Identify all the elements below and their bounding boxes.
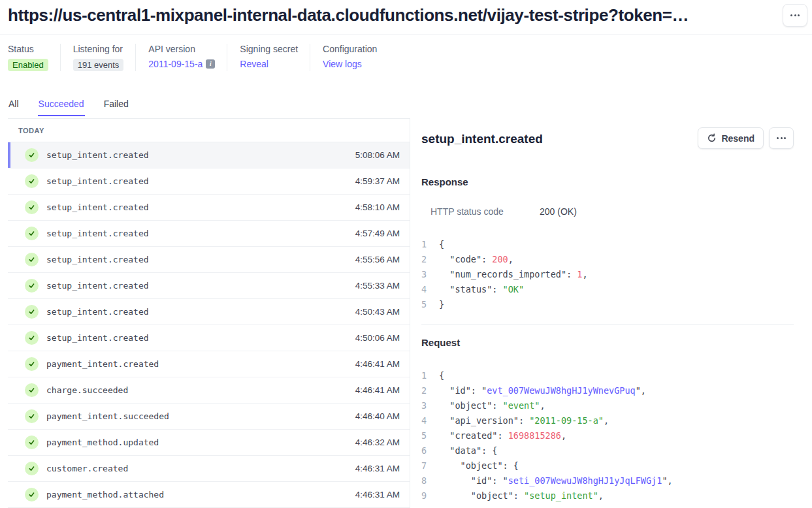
check-circle-icon <box>25 462 39 475</box>
event-name: setup_intent.created <box>46 202 149 212</box>
list-group-header: TODAY <box>8 119 410 142</box>
line-number: 3 <box>421 267 427 282</box>
response-section-heading: Response <box>421 176 794 187</box>
event-name: payment_method.updated <box>46 437 159 447</box>
code-text: "num_records_imported": 1, <box>439 267 588 282</box>
header-more-button[interactable] <box>783 4 807 27</box>
event-name: payment_intent.succeeded <box>46 411 169 421</box>
code-text: { <box>439 368 444 383</box>
check-circle-icon <box>25 174 39 188</box>
check-circle-icon <box>25 488 39 501</box>
event-time: 4:46:40 AM <box>355 411 400 421</box>
check-circle-icon <box>25 305 39 319</box>
code-text: "object": "setup_intent", <box>439 488 604 503</box>
event-list-item[interactable]: setup_intent.created4:55:33 AM <box>8 273 410 299</box>
event-time: 4:55:56 AM <box>355 255 400 264</box>
stat-configuration: ConfigurationView logs <box>323 44 389 71</box>
stat-signing-secret: Signing secretReveal <box>240 44 310 71</box>
line-number: 7 <box>421 458 427 473</box>
event-list-item[interactable]: setup_intent.created5:08:06 AM <box>8 142 410 168</box>
check-circle-icon <box>25 436 39 449</box>
response-code-block: 1{2 "code": 200,3 "num_records_imported"… <box>421 237 794 312</box>
code-line: 5} <box>421 297 794 312</box>
line-number: 9 <box>421 488 427 503</box>
refresh-icon <box>707 133 717 143</box>
stat-link-signing-secret[interactable]: Reveal <box>240 59 268 69</box>
stat-link-api-version[interactable]: 2011-09-15-a <box>148 59 203 69</box>
event-list-item[interactable]: setup_intent.created4:59:37 AM <box>8 168 410 195</box>
tab-failed[interactable]: Failed <box>103 99 129 116</box>
tab-all[interactable]: All <box>8 99 20 116</box>
event-list-item[interactable]: payment_intent.succeeded4:46:40 AM <box>8 404 410 430</box>
event-list-item[interactable]: payment_method.updated4:46:32 AM <box>8 430 410 456</box>
code-text: } <box>439 297 444 312</box>
event-time: 4:46:31 AM <box>355 464 400 473</box>
event-list-item[interactable]: payment_method.attached4:46:31 AM <box>8 482 410 508</box>
code-line: 6 "data": { <box>421 443 794 458</box>
code-text: { <box>439 237 444 252</box>
code-line: 1{ <box>421 237 794 252</box>
code-line: 1{ <box>421 368 794 383</box>
event-list-item[interactable]: setup_intent.created4:57:49 AM <box>8 221 410 247</box>
event-list-item[interactable]: charge.succeeded4:46:41 AM <box>8 377 410 404</box>
stat-status: StatusEnabled <box>8 44 61 71</box>
event-list-item[interactable]: setup_intent.created4:50:43 AM <box>8 299 410 325</box>
line-number: 4 <box>421 282 427 297</box>
code-line: 9 "object": "setup_intent", <box>421 488 794 503</box>
event-time: 4:58:10 AM <box>355 202 400 212</box>
event-time: 4:46:41 AM <box>355 359 400 369</box>
event-list-item[interactable]: customer.created4:46:31 AM <box>8 456 410 482</box>
event-name: setup_intent.created <box>46 229 149 238</box>
stat-listening-for: Listening for191 events <box>73 44 137 71</box>
page-header: https://us-central1-mixpanel-internal-da… <box>0 0 812 35</box>
event-time: 4:46:41 AM <box>355 385 400 395</box>
http-status-label: HTTP status code <box>421 206 540 217</box>
check-circle-icon <box>25 279 39 293</box>
code-line: 2 "id": "evt_007WewuJW8hgHJ1yWnevGPuq", <box>421 383 794 398</box>
check-circle-icon <box>25 383 39 397</box>
request-section-heading: Request <box>421 337 794 348</box>
code-line: 5 "created": 1698815286, <box>421 428 794 443</box>
stat-api-version: API version2011-09-15-ai <box>148 44 227 71</box>
line-number: 1 <box>421 237 427 252</box>
code-line: 8 "id": "seti_007WewuJW8hgHJ1yJqLFWGj1", <box>421 473 794 488</box>
section-divider <box>421 324 794 325</box>
tab-succeeded[interactable]: Succeeded <box>38 99 85 116</box>
line-number: 8 <box>421 473 427 488</box>
event-detail-title: setup_intent.created <box>421 132 543 146</box>
line-number: 2 <box>421 383 427 398</box>
check-circle-icon <box>25 357 39 371</box>
event-list-item[interactable]: setup_intent.created4:50:06 AM <box>8 325 410 351</box>
stat-value: Enabled <box>8 59 48 71</box>
code-line: 2 "code": 200, <box>421 252 794 267</box>
stat-label: API version <box>148 44 215 54</box>
event-list-item[interactable]: setup_intent.created4:55:56 AM <box>8 247 410 273</box>
code-line: 3 "num_records_imported": 1, <box>421 267 794 282</box>
check-circle-icon <box>25 227 39 240</box>
code-text: "id": "evt_007WewuJW8hgHJ1yWnevGPuq", <box>439 383 646 398</box>
check-circle-icon <box>25 148 39 162</box>
resend-button[interactable]: Resend <box>698 127 764 149</box>
line-number: 6 <box>421 443 427 458</box>
detail-more-button[interactable] <box>769 127 794 149</box>
event-name: setup_intent.created <box>46 281 149 291</box>
stat-value: 2011-09-15-ai <box>148 59 215 69</box>
event-name: setup_intent.created <box>46 150 149 160</box>
stat-value: 191 events <box>73 59 124 71</box>
code-text: "status": "OK" <box>439 282 524 297</box>
event-list-item[interactable]: setup_intent.created4:58:10 AM <box>8 195 410 221</box>
code-text: "object": "event", <box>439 398 545 413</box>
code-line: 7 "object": { <box>421 458 794 473</box>
event-list-item[interactable]: payment_intent.created4:46:41 AM <box>8 351 410 377</box>
check-circle-icon <box>25 253 39 266</box>
stat-link-configuration[interactable]: View logs <box>323 59 362 69</box>
request-code-block: 1{2 "id": "evt_007WewuJW8hgHJ1yWnevGPuq"… <box>421 368 794 503</box>
event-detail-pane: setup_intent.created Resend Response HTT… <box>421 127 794 508</box>
stat-label: Status <box>8 44 48 54</box>
event-time: 5:08:06 AM <box>355 150 400 160</box>
event-name: payment_intent.created <box>46 359 159 369</box>
event-name: setup_intent.created <box>46 255 149 264</box>
code-text: "id": "seti_007WewuJW8hgHJ1yJqLFWGj1", <box>439 473 673 488</box>
ellipsis-icon <box>790 14 792 16</box>
line-number: 2 <box>421 252 427 267</box>
